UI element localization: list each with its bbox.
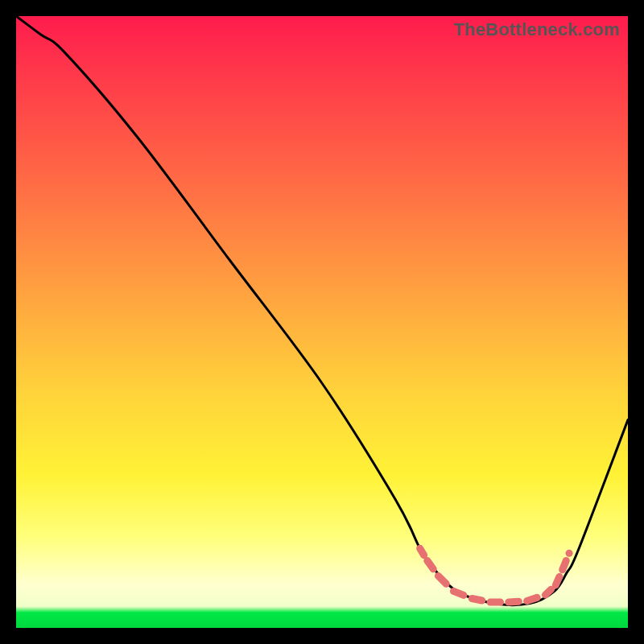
marker-dash bbox=[427, 560, 434, 568]
marker-dash bbox=[453, 591, 464, 595]
marker-dash bbox=[545, 589, 551, 595]
marker-dash bbox=[420, 548, 424, 555]
marker-dash bbox=[472, 599, 482, 601]
marker-dash bbox=[555, 576, 559, 584]
marker-dash bbox=[509, 601, 519, 602]
main-curve bbox=[16, 16, 628, 605]
marker-dash bbox=[563, 561, 567, 570]
chart-frame: TheBottleneck.com bbox=[0, 0, 644, 644]
marker-dash bbox=[527, 597, 538, 601]
curve-layer bbox=[16, 16, 628, 628]
plot-area: TheBottleneck.com bbox=[16, 16, 628, 628]
marker-dash bbox=[566, 550, 573, 557]
marker-group bbox=[420, 548, 573, 602]
marker-dash bbox=[438, 576, 446, 584]
